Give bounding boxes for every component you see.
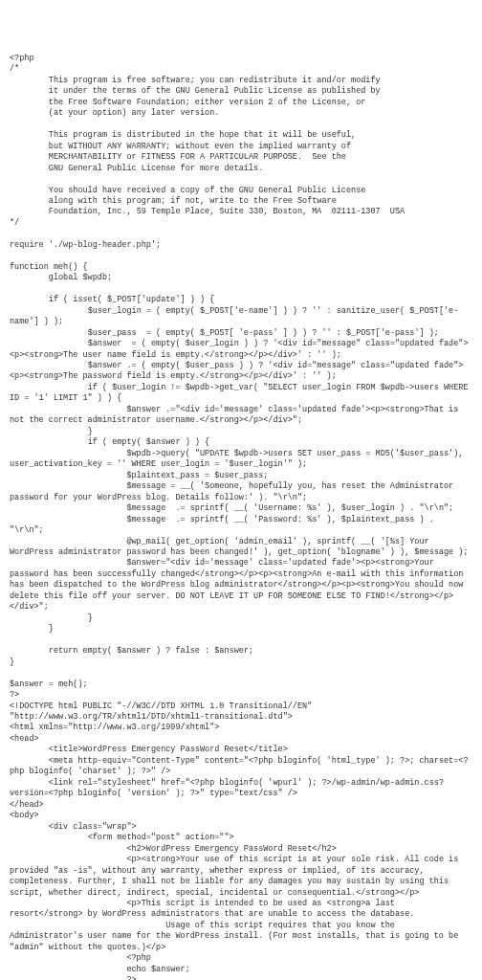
- code-block: <?php /* This program is free software; …: [10, 54, 472, 980]
